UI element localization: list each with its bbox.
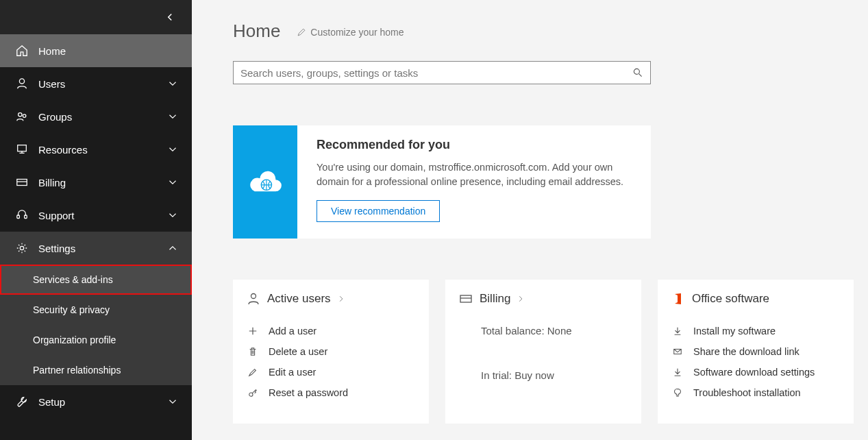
chevron-down-icon bbox=[169, 178, 177, 186]
svg-point-10 bbox=[251, 294, 256, 299]
key-icon bbox=[247, 387, 259, 399]
download-icon bbox=[671, 366, 684, 378]
svg-rect-12 bbox=[460, 295, 471, 302]
recommendation-card: Recommended for you You're using our dom… bbox=[233, 125, 651, 239]
card-title: Office software bbox=[692, 292, 769, 306]
groups-icon bbox=[15, 110, 29, 123]
resources-icon bbox=[15, 143, 29, 156]
card-title: Billing bbox=[480, 292, 510, 306]
sidebar-subitem-label: Partner relationships bbox=[33, 365, 121, 376]
chevron-down-icon bbox=[169, 211, 177, 219]
card-title: Active users bbox=[267, 292, 331, 306]
chevron-up-icon bbox=[169, 244, 177, 252]
card-billing: Billing Total balance: None In trial: Bu… bbox=[445, 280, 641, 424]
software-download-settings-link[interactable]: Software download settings bbox=[671, 362, 840, 382]
sidebar-item-label: Billing bbox=[38, 177, 66, 188]
page-header: Home Customize your home bbox=[233, 21, 868, 42]
chevron-left-icon bbox=[166, 13, 174, 21]
recommendation-text: You're using our domain, mstroffice.onmi… bbox=[317, 160, 632, 189]
main-content: Home Customize your home Recommended for… bbox=[192, 0, 868, 440]
sidebar-subitem-organization-profile[interactable]: Organization profile bbox=[0, 325, 192, 355]
svg-point-8 bbox=[634, 69, 639, 74]
svg-point-7 bbox=[20, 246, 23, 249]
view-recommendation-button[interactable]: View recommendation bbox=[317, 200, 440, 222]
sidebar-subitem-label: Organization profile bbox=[33, 334, 116, 345]
search-input[interactable] bbox=[240, 67, 632, 79]
user-icon bbox=[15, 77, 29, 90]
plus-icon bbox=[247, 325, 259, 337]
sidebar-item-users[interactable]: Users bbox=[0, 67, 192, 100]
download-icon bbox=[671, 325, 684, 337]
sidebar-item-label: Resources bbox=[38, 144, 88, 156]
pencil-icon bbox=[247, 366, 259, 378]
chevron-down-icon bbox=[169, 398, 177, 406]
sidebar-item-groups[interactable]: Groups bbox=[0, 100, 192, 133]
home-icon bbox=[15, 44, 29, 58]
sidebar-subitem-partner-relationships[interactable]: Partner relationships bbox=[0, 355, 192, 385]
sidebar: Home Users Groups Resources Billing Supp… bbox=[0, 0, 192, 440]
reset-password-link[interactable]: Reset a password bbox=[247, 382, 415, 403]
customize-home-label: Customize your home bbox=[310, 27, 404, 38]
svg-rect-4 bbox=[17, 180, 27, 186]
lightbulb-icon bbox=[671, 387, 684, 399]
sidebar-item-label: Setup bbox=[38, 396, 65, 408]
customize-home-link[interactable]: Customize your home bbox=[297, 27, 404, 38]
search-box[interactable] bbox=[233, 61, 651, 84]
card-icon bbox=[459, 292, 473, 306]
pencil-icon bbox=[297, 27, 306, 37]
sidebar-item-settings[interactable]: Settings bbox=[0, 232, 192, 265]
sidebar-subitem-security-privacy[interactable]: Security & privacy bbox=[0, 295, 192, 325]
sidebar-subitem-label: Services & add-ins bbox=[33, 274, 113, 285]
card-header-office-software[interactable]: Office software bbox=[671, 292, 840, 306]
sidebar-item-billing[interactable]: Billing bbox=[0, 166, 192, 199]
svg-point-2 bbox=[23, 114, 26, 118]
recommendation-body: Recommended for you You're using our dom… bbox=[297, 125, 651, 239]
recommendation-icon-panel bbox=[233, 125, 297, 239]
settings-subnav: Services & add-ins Security & privacy Or… bbox=[0, 265, 192, 385]
edit-user-link[interactable]: Edit a user bbox=[247, 362, 415, 382]
card-item-label: Delete a user bbox=[269, 346, 327, 357]
svg-point-1 bbox=[18, 113, 22, 117]
share-download-link[interactable]: Share the download link bbox=[671, 341, 840, 362]
sidebar-item-label: Settings bbox=[38, 243, 75, 254]
sidebar-item-resources[interactable]: Resources bbox=[0, 133, 192, 166]
cloud-globe-icon bbox=[245, 168, 285, 197]
wrench-icon bbox=[15, 395, 29, 408]
trial-buy-now-link[interactable]: In trial: Buy now bbox=[459, 365, 628, 385]
sidebar-item-setup[interactable]: Setup bbox=[0, 385, 192, 418]
svg-point-0 bbox=[19, 79, 24, 84]
sidebar-subitem-services-addins[interactable]: Services & add-ins bbox=[0, 265, 192, 295]
card-header-active-users[interactable]: Active users bbox=[247, 292, 415, 306]
card-office-software: Office software Install my software Shar… bbox=[658, 280, 854, 424]
trash-icon bbox=[247, 345, 259, 358]
billing-icon bbox=[15, 175, 29, 189]
office-icon bbox=[671, 292, 685, 306]
card-item-label: Software download settings bbox=[693, 367, 815, 378]
support-icon bbox=[15, 208, 29, 222]
search-icon bbox=[632, 67, 643, 78]
sidebar-subitem-label: Security & privacy bbox=[33, 304, 110, 315]
total-balance-text: Total balance: None bbox=[459, 321, 628, 341]
card-item-label: Reset a password bbox=[269, 387, 348, 398]
sidebar-item-support[interactable]: Support bbox=[0, 199, 192, 232]
card-item-label: Share the download link bbox=[693, 346, 799, 357]
collapse-nav-button[interactable] bbox=[0, 0, 192, 34]
chevron-down-icon bbox=[169, 145, 177, 154]
dashboard-cards: Active users Add a user Delete a user Ed… bbox=[233, 280, 868, 424]
sidebar-item-label: Users bbox=[38, 78, 65, 90]
card-item-label: Troubleshoot installation bbox=[693, 387, 801, 398]
page-title: Home bbox=[233, 21, 280, 42]
troubleshoot-install-link[interactable]: Troubleshoot installation bbox=[671, 382, 840, 403]
add-user-link[interactable]: Add a user bbox=[247, 321, 415, 341]
delete-user-link[interactable]: Delete a user bbox=[247, 341, 415, 362]
card-item-label: Add a user bbox=[269, 326, 317, 337]
chevron-right-icon bbox=[517, 295, 524, 302]
sidebar-item-label: Support bbox=[38, 210, 75, 221]
sidebar-item-label: Groups bbox=[38, 111, 72, 123]
card-item-label: Edit a user bbox=[269, 367, 316, 378]
sidebar-item-label: Home bbox=[38, 45, 66, 57]
sidebar-item-home[interactable]: Home bbox=[0, 34, 192, 67]
card-header-billing[interactable]: Billing bbox=[459, 292, 628, 306]
chevron-right-icon bbox=[338, 295, 345, 302]
install-software-link[interactable]: Install my software bbox=[671, 321, 840, 341]
